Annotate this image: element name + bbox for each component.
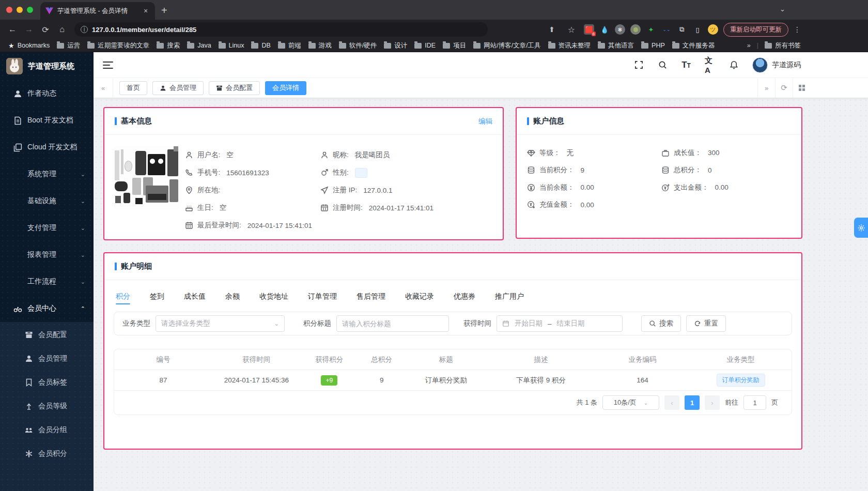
browser-tab[interactable]: 芋道管理系统 - 会员详情 × [40,2,155,20]
tags-scroll-right-icon[interactable]: » [757,78,775,98]
detail-tab[interactable]: 收藏记录 [405,286,434,306]
sidebar-item-member-manage[interactable]: 会员管理 [0,347,94,371]
profile-avatar-icon[interactable]: ツ [708,24,718,35]
new-tab-button[interactable]: + [161,5,167,17]
tag-member-config[interactable]: 会员配置 [209,81,260,95]
bookmark-folder[interactable]: 近期需要读的文章 [87,41,149,50]
bookmark-folder[interactable]: 文件服务器 [672,41,715,50]
site-info-icon[interactable]: i [81,26,88,33]
all-bookmarks-folder[interactable]: 所有书签 [765,41,801,50]
extension-drop-icon[interactable]: 💧 [599,24,610,35]
search-button[interactable]: 搜索 [641,315,681,332]
prev-page-button[interactable]: ‹ [664,395,679,410]
search-icon[interactable] [657,60,668,70]
bookmark-folder[interactable]: 软件/硬件 [339,41,377,50]
extension-olive-icon[interactable] [630,24,641,35]
detail-tab[interactable]: 余额 [225,286,240,306]
bookmarks-overflow-icon[interactable]: » [747,42,751,49]
tag-member-manage[interactable]: 会员管理 [152,81,204,95]
bookmark-folder[interactable]: 项目 [443,41,466,50]
bookmark-folder[interactable]: PHP [641,42,665,49]
tags-scroll-left-icon[interactable]: « [94,78,113,98]
detail-tab[interactable]: 积分 [116,286,130,306]
address-bar[interactable]: i 127.0.0.1/member/user/detail/285 [74,22,488,37]
sidebar-item-payment[interactable]: 支付管理 ⌄ [0,214,94,241]
notification-bell-icon[interactable] [729,60,739,70]
bookmark-folder[interactable]: Java [187,42,211,49]
back-icon[interactable]: ← [5,22,20,37]
extension-adblock-icon[interactable]: 🟥6 [584,24,594,35]
forward-icon[interactable]: → [22,22,36,37]
next-page-button[interactable]: › [705,395,720,410]
extensions-puzzle-icon[interactable]: ⧉ [677,24,687,35]
extension-panel-icon[interactable]: ▯ [692,24,703,35]
reset-button[interactable]: 重置 [686,315,726,332]
bookmarks-root[interactable]: ★ Bookmarks [8,42,50,50]
goto-page-input[interactable] [743,395,766,410]
browser-menu-icon[interactable]: ⋮ [794,25,801,34]
app-logo[interactable]: 芋道管理系统 [0,52,94,80]
sidebar-item-member-level[interactable]: 会员等级 [0,394,94,418]
detail-tab[interactable]: 签到 [150,286,164,306]
theme-settings-button[interactable] [854,218,868,238]
current-page-button[interactable]: 1 [685,395,700,410]
sidebar-item-member-tag[interactable]: 会员标签 [0,371,94,394]
sidebar-item-member-group[interactable]: 会员分组 [0,418,94,442]
bookmark-star-icon[interactable]: ☆ [564,22,579,37]
bookmark-folder[interactable]: 资讯未整理 [548,41,591,50]
bookmark-folder[interactable]: IDE [414,42,436,49]
edit-button[interactable]: 编辑 [478,117,492,126]
share-icon[interactable]: ⬆ [545,22,559,37]
tag-member-detail[interactable]: 会员详情 [265,81,306,95]
bookmark-folder[interactable]: 搜索 [157,41,180,50]
fullscreen-icon[interactable] [633,60,644,70]
bookmark-folder[interactable]: Linux [219,42,244,49]
page-size-select[interactable]: 10条/页 ⌄ [602,395,659,410]
window-minimize-button[interactable] [17,7,23,13]
bookmark-folder[interactable]: 游戏 [308,41,332,50]
detail-tab[interactable]: 订单管理 [308,286,337,306]
bookmark-folder[interactable]: DB [251,42,270,49]
detail-tab[interactable]: 成长值 [184,286,206,306]
sidebar-item-system[interactable]: 系统管理 ⌄ [0,161,94,188]
user-menu[interactable]: 芋道源码 [752,57,801,73]
sidebar-item-workflow[interactable]: 工作流程 ⌄ [0,268,94,295]
table-row[interactable]: 87 2024-01-17 15:45:36 +9 9 订单积分奖励 下单获得 … [114,370,792,391]
date-range-picker[interactable]: 开始日期 – 结束日期 [497,315,623,332]
home-icon[interactable]: ⌂ [55,22,69,37]
sidebar-item-infra[interactable]: 基础设施 ⌄ [0,188,94,214]
sidebar-item-author-news[interactable]: 作者动态 [0,80,94,107]
tags-menu-grid-icon[interactable] [793,78,810,98]
extension-gray-icon[interactable]: ✻ [615,24,625,35]
bookmark-folder[interactable]: 运营 [57,41,80,50]
sidebar-item-report[interactable]: 报表管理 ⌄ [0,241,94,268]
tag-home[interactable]: 首页 [119,81,147,95]
translate-icon[interactable]: 文A [705,60,715,70]
points-title-input[interactable] [336,315,449,332]
browser-update-button[interactable]: 重新启动即可更新 [723,23,788,37]
bookmark-folder[interactable]: 网站/博客/文章/工具 [473,41,540,50]
extension-chevrons-icon[interactable]: ⌄⌄ [661,24,672,35]
reload-icon[interactable]: ⟳ [38,22,53,37]
bookmark-folder[interactable]: 其他语言 [598,41,634,50]
font-size-icon[interactable]: Tt [681,60,691,70]
sidebar-item-boot-docs[interactable]: Boot 开发文档 [0,107,94,134]
detail-tab[interactable]: 收货地址 [259,286,288,306]
sidebar-item-member-points[interactable]: 会员积分 [0,442,94,466]
bookmark-folder[interactable]: 前端 [278,41,301,50]
sidebar-item-member-config[interactable]: 会员配置 [0,323,94,347]
sidebar-item-member-center[interactable]: 会员中心 ⌃ [0,295,94,322]
tab-search-chevron-icon[interactable]: ⌄ [780,5,785,13]
sidebar-item-cloud-docs[interactable]: Cloud 开发文档 [0,134,94,161]
detail-tab[interactable]: 推广用户 [495,286,524,306]
extension-star-icon[interactable]: ✦ [646,24,656,35]
window-close-button[interactable] [6,7,12,13]
detail-tab[interactable]: 优惠券 [454,286,475,306]
detail-tab[interactable]: 售后管理 [357,286,385,306]
tags-refresh-icon[interactable]: ⟳ [775,78,793,98]
collapse-menu-icon[interactable] [103,62,113,69]
bookmark-folder[interactable]: 设计 [384,41,407,50]
tab-close-icon[interactable]: × [142,7,150,15]
window-maximize-button[interactable] [27,7,33,13]
business-type-select[interactable]: 请选择业务类型 ⌄ [156,315,285,332]
